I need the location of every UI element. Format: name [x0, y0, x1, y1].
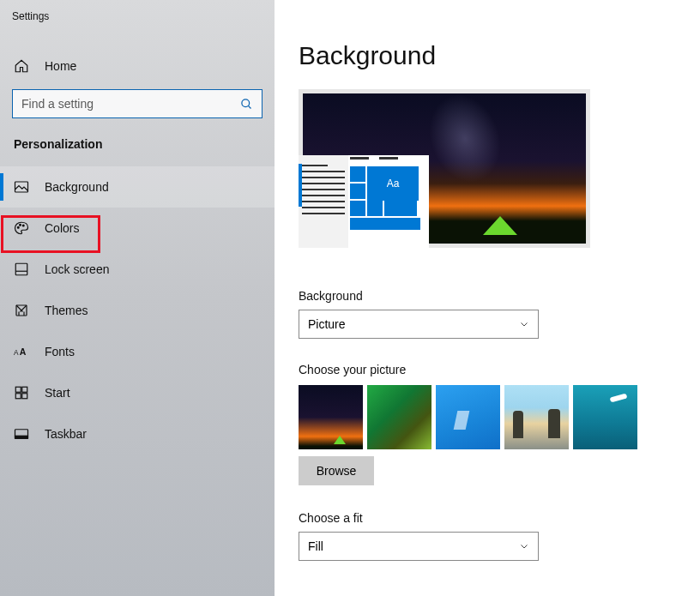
chevron-down-icon	[519, 541, 529, 551]
svg-point-3	[17, 226, 19, 228]
search-box[interactable]	[12, 89, 262, 118]
sidebar-item-label: Start	[45, 386, 70, 400]
search-input[interactable]	[21, 97, 240, 111]
home-label: Home	[45, 59, 76, 73]
lockscreen-icon	[14, 262, 29, 277]
start-icon	[14, 385, 29, 400]
svg-rect-11	[15, 387, 21, 392]
sidebar-item-label: Fonts	[45, 345, 75, 358]
choose-fit-label: Choose a fit	[299, 511, 700, 525]
preview-overlay-window: Aa	[299, 155, 429, 248]
themes-icon	[14, 303, 29, 318]
svg-rect-16	[15, 436, 28, 438]
fit-select[interactable]: Fill	[299, 532, 539, 561]
home-nav[interactable]: Home	[0, 50, 275, 82]
search-icon	[240, 98, 253, 111]
main-content: Background Aa Background	[275, 0, 700, 596]
picture-thumbnails	[299, 385, 700, 449]
picture-icon	[14, 179, 29, 195]
svg-text:A: A	[14, 349, 19, 357]
sidebar: Settings Home Personalization Background	[0, 0, 275, 596]
fit-value: Fill	[308, 539, 323, 553]
choose-picture-label: Choose your picture	[299, 363, 700, 376]
svg-text:A: A	[20, 346, 27, 357]
sidebar-item-lock-screen[interactable]: Lock screen	[0, 249, 275, 290]
settings-app: Settings Home Personalization Background	[0, 0, 700, 596]
chevron-down-icon	[519, 319, 529, 329]
background-type-label: Background	[299, 289, 700, 303]
picture-thumb-4[interactable]	[504, 385, 569, 449]
sidebar-item-themes[interactable]: Themes	[0, 290, 275, 331]
background-type-select[interactable]: Picture	[299, 310, 539, 339]
section-title: Personalization	[0, 118, 275, 158]
picture-thumb-1[interactable]	[299, 385, 363, 449]
svg-line-1	[248, 105, 250, 108]
nav-list: Background Colors Lock screen Themes	[0, 166, 275, 455]
sidebar-item-label: Lock screen	[45, 262, 109, 276]
sidebar-item-fonts[interactable]: AA Fonts	[0, 331, 275, 372]
background-type-value: Picture	[308, 317, 346, 331]
sidebar-item-taskbar[interactable]: Taskbar	[0, 413, 275, 455]
sidebar-item-colors[interactable]: Colors	[0, 208, 275, 249]
svg-rect-14	[22, 394, 27, 399]
picture-thumb-2[interactable]	[367, 385, 431, 449]
svg-rect-12	[22, 387, 27, 392]
home-icon	[14, 58, 29, 74]
palette-icon	[14, 220, 29, 236]
svg-point-4	[20, 224, 21, 226]
sidebar-item-label: Colors	[45, 221, 79, 235]
svg-rect-6	[15, 263, 27, 275]
svg-rect-13	[15, 394, 21, 399]
taskbar-icon	[14, 426, 29, 442]
svg-point-5	[22, 225, 24, 226]
sidebar-item-background[interactable]: Background	[0, 166, 275, 208]
browse-button[interactable]: Browse	[299, 456, 374, 485]
desktop-preview: Aa	[299, 89, 590, 248]
picture-thumb-3[interactable]	[436, 385, 500, 449]
sidebar-item-start[interactable]: Start	[0, 372, 275, 413]
sidebar-item-label: Taskbar	[45, 427, 87, 441]
sidebar-item-label: Themes	[45, 304, 88, 317]
page-title: Background	[299, 41, 700, 70]
fonts-icon: AA	[14, 344, 29, 359]
svg-point-0	[242, 99, 250, 106]
window-title: Settings	[0, 7, 275, 22]
picture-thumb-5[interactable]	[573, 385, 637, 449]
sidebar-item-label: Background	[45, 180, 109, 194]
